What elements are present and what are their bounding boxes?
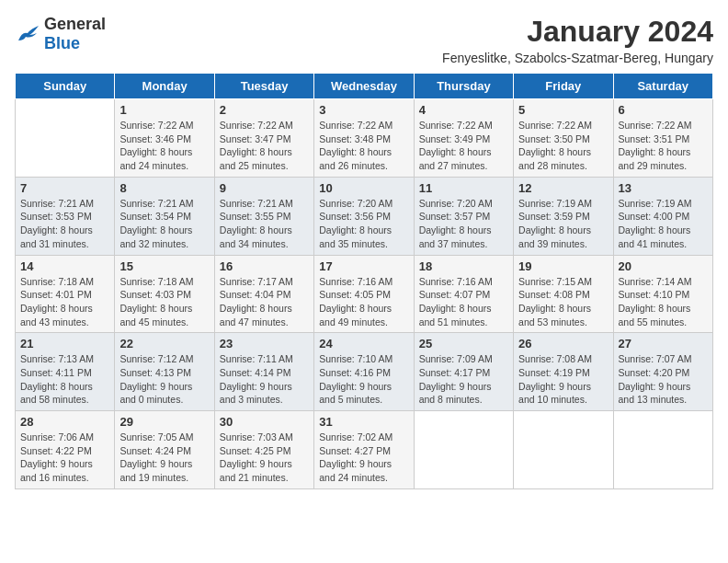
day-info: Sunrise: 7:22 AMSunset: 3:50 PMDaylight:… [518,119,608,173]
day-cell: 10Sunrise: 7:20 AMSunset: 3:56 PMDayligh… [314,177,414,255]
day-number: 27 [619,337,708,350]
day-number: 26 [518,337,608,350]
day-info: Sunrise: 7:22 AMSunset: 3:51 PMDaylight:… [619,119,708,173]
day-info: Sunrise: 7:08 AMSunset: 4:19 PMDaylight:… [518,352,608,407]
day-cell: 5Sunrise: 7:22 AMSunset: 3:50 PMDaylight… [514,99,613,178]
page-header: General Blue January 2024 Fenyeslitke, S… [15,15,713,65]
day-info: Sunrise: 7:16 AMSunset: 4:05 PMDaylight:… [319,275,408,329]
day-cell: 19Sunrise: 7:15 AMSunset: 4:08 PMDayligh… [514,255,613,333]
day-number: 7 [20,181,109,195]
day-cell: 4Sunrise: 7:22 AMSunset: 3:49 PMDaylight… [414,99,513,178]
day-cell: 15Sunrise: 7:18 AMSunset: 4:03 PMDayligh… [115,255,214,333]
calendar-table: SundayMondayTuesdayWednesdayThursdayFrid… [15,73,713,489]
day-number: 14 [20,259,109,273]
day-number: 21 [20,337,109,350]
day-cell: 1Sunrise: 7:22 AMSunset: 3:46 PMDaylight… [115,99,214,178]
day-cell: 24Sunrise: 7:10 AMSunset: 4:16 PMDayligh… [314,333,414,411]
day-number: 24 [319,337,408,350]
day-number: 25 [419,337,508,350]
day-info: Sunrise: 7:21 AMSunset: 3:55 PMDaylight:… [220,197,309,251]
day-cell: 2Sunrise: 7:22 AMSunset: 3:47 PMDaylight… [214,99,313,178]
day-cell: 28Sunrise: 7:06 AMSunset: 4:22 PMDayligh… [16,411,115,489]
day-number: 29 [119,415,209,429]
week-row-3: 14Sunrise: 7:18 AMSunset: 4:01 PMDayligh… [16,255,713,333]
day-cell: 13Sunrise: 7:19 AMSunset: 4:00 PMDayligh… [613,177,712,255]
weekday-tuesday: Tuesday [214,74,313,99]
day-cell: 21Sunrise: 7:13 AMSunset: 4:11 PMDayligh… [16,333,115,411]
day-info: Sunrise: 7:13 AMSunset: 4:11 PMDaylight:… [20,352,109,407]
day-cell: 30Sunrise: 7:03 AMSunset: 4:25 PMDayligh… [214,411,313,489]
week-row-4: 21Sunrise: 7:13 AMSunset: 4:11 PMDayligh… [16,333,713,411]
day-number: 8 [119,181,209,195]
day-info: Sunrise: 7:16 AMSunset: 4:07 PMDaylight:… [419,275,508,329]
day-info: Sunrise: 7:05 AMSunset: 4:24 PMDaylight:… [119,431,209,485]
day-cell: 11Sunrise: 7:20 AMSunset: 3:57 PMDayligh… [414,177,513,255]
logo-general: General [44,15,106,33]
weekday-wednesday: Wednesday [314,74,414,99]
day-cell: 26Sunrise: 7:08 AMSunset: 4:19 PMDayligh… [514,333,613,411]
weekday-friday: Friday [514,74,613,99]
week-row-1: 1Sunrise: 7:22 AMSunset: 3:46 PMDaylight… [16,99,713,178]
day-cell [613,411,712,489]
day-number: 28 [20,415,109,429]
day-number: 20 [619,259,708,273]
day-info: Sunrise: 7:17 AMSunset: 4:04 PMDaylight:… [220,275,309,329]
day-info: Sunrise: 7:18 AMSunset: 4:03 PMDaylight:… [119,275,209,329]
day-number: 5 [518,103,608,117]
day-info: Sunrise: 7:22 AMSunset: 3:49 PMDaylight:… [419,119,508,173]
day-number: 1 [119,103,209,117]
day-number: 9 [220,181,309,195]
day-number: 12 [518,181,608,195]
week-row-5: 28Sunrise: 7:06 AMSunset: 4:22 PMDayligh… [16,411,713,489]
day-info: Sunrise: 7:14 AMSunset: 4:10 PMDaylight:… [619,275,708,329]
day-cell: 12Sunrise: 7:19 AMSunset: 3:59 PMDayligh… [514,177,613,255]
title-block: January 2024 Fenyeslitke, Szabolcs-Szatm… [442,15,713,65]
day-cell: 14Sunrise: 7:18 AMSunset: 4:01 PMDayligh… [16,255,115,333]
day-number: 3 [319,103,408,117]
day-number: 15 [119,259,209,273]
day-cell [16,99,115,178]
day-info: Sunrise: 7:20 AMSunset: 3:56 PMDaylight:… [319,197,408,251]
day-cell: 7Sunrise: 7:21 AMSunset: 3:53 PMDaylight… [16,177,115,255]
day-cell: 25Sunrise: 7:09 AMSunset: 4:17 PMDayligh… [414,333,513,411]
logo: General Blue [15,15,106,53]
weekday-header-row: SundayMondayTuesdayWednesdayThursdayFrid… [16,74,713,99]
day-cell: 3Sunrise: 7:22 AMSunset: 3:48 PMDaylight… [314,99,414,178]
day-info: Sunrise: 7:19 AMSunset: 4:00 PMDaylight:… [619,197,708,251]
day-info: Sunrise: 7:15 AMSunset: 4:08 PMDaylight:… [518,275,608,329]
day-cell: 31Sunrise: 7:02 AMSunset: 4:27 PMDayligh… [314,411,414,489]
day-number: 17 [319,259,408,273]
day-number: 19 [518,259,608,273]
day-number: 18 [419,259,508,273]
day-cell: 27Sunrise: 7:07 AMSunset: 4:20 PMDayligh… [613,333,712,411]
day-number: 23 [220,337,309,350]
day-info: Sunrise: 7:06 AMSunset: 4:22 PMDaylight:… [20,431,109,485]
weekday-thursday: Thursday [414,74,513,99]
day-cell: 17Sunrise: 7:16 AMSunset: 4:05 PMDayligh… [314,255,414,333]
day-cell: 29Sunrise: 7:05 AMSunset: 4:24 PMDayligh… [115,411,214,489]
logo-text: General Blue [44,15,106,53]
day-info: Sunrise: 7:18 AMSunset: 4:01 PMDaylight:… [20,275,109,329]
day-info: Sunrise: 7:20 AMSunset: 3:57 PMDaylight:… [419,197,508,251]
day-cell: 8Sunrise: 7:21 AMSunset: 3:54 PMDaylight… [115,177,214,255]
day-info: Sunrise: 7:19 AMSunset: 3:59 PMDaylight:… [518,197,608,251]
day-cell: 9Sunrise: 7:21 AMSunset: 3:55 PMDaylight… [214,177,313,255]
calendar-title: January 2024 [442,15,713,49]
day-number: 4 [419,103,508,117]
day-info: Sunrise: 7:12 AMSunset: 4:13 PMDaylight:… [119,352,209,407]
day-number: 6 [619,103,708,117]
day-cell: 18Sunrise: 7:16 AMSunset: 4:07 PMDayligh… [414,255,513,333]
day-info: Sunrise: 7:22 AMSunset: 3:48 PMDaylight:… [319,119,408,173]
day-info: Sunrise: 7:21 AMSunset: 3:54 PMDaylight:… [119,197,209,251]
day-info: Sunrise: 7:10 AMSunset: 4:16 PMDaylight:… [319,352,408,407]
week-row-2: 7Sunrise: 7:21 AMSunset: 3:53 PMDaylight… [16,177,713,255]
calendar-subtitle: Fenyeslitke, Szabolcs-Szatmar-Bereg, Hun… [442,51,713,65]
day-cell: 6Sunrise: 7:22 AMSunset: 3:51 PMDaylight… [613,99,712,178]
day-info: Sunrise: 7:09 AMSunset: 4:17 PMDaylight:… [419,352,508,407]
weekday-monday: Monday [115,74,214,99]
day-cell: 20Sunrise: 7:14 AMSunset: 4:10 PMDayligh… [613,255,712,333]
day-number: 16 [220,259,309,273]
day-number: 10 [319,181,408,195]
weekday-saturday: Saturday [613,74,712,99]
day-info: Sunrise: 7:22 AMSunset: 3:47 PMDaylight:… [220,119,309,173]
